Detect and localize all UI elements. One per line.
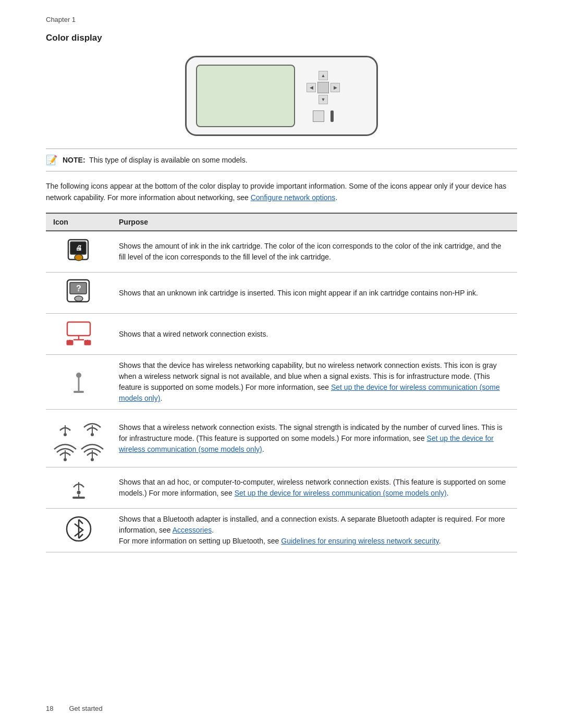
table-row: Shows that a wireless network connection… (46, 410, 517, 467)
wireless-signal-grid (53, 415, 104, 462)
adhoc-icon (67, 473, 90, 500)
svg-text:?: ? (76, 284, 81, 293)
dpad-right: ▶ (331, 83, 340, 92)
wired-network-icon (64, 319, 93, 346)
wireless-signal-text-2: . (262, 445, 264, 453)
icon-cell-unknown-ink: ? (46, 273, 112, 314)
ink-cartridge-icon: 🖨 (65, 237, 92, 264)
small-button-2 (331, 110, 334, 122)
configure-network-link[interactable]: Configure network options (251, 193, 336, 202)
wifi-3bar-icon (53, 440, 77, 462)
wireless-gray-icon (68, 367, 89, 394)
purpose-cell-bluetooth: Shows that a Bluetooth adapter is instal… (112, 509, 517, 552)
note-icon: 📝 (46, 154, 57, 166)
svg-point-24 (91, 458, 94, 461)
note-label: NOTE: (63, 156, 85, 164)
svg-rect-8 (67, 322, 90, 336)
dpad-left: ◀ (307, 83, 316, 92)
svg-point-18 (64, 433, 67, 436)
icon-cell-wireless-gray (46, 355, 112, 410)
purpose-cell-wired: Shows that a wired network connection ex… (112, 314, 517, 355)
body-text-end: . (335, 193, 337, 202)
table-row: Shows that a Bluetooth adapter is instal… (46, 509, 517, 552)
adhoc-link[interactable]: Set up the device for wireless communica… (235, 489, 447, 497)
table-row: ? Shows that an unknown ink cartridge is… (46, 273, 517, 314)
accessories-link[interactable]: Accessories (173, 526, 212, 534)
svg-rect-11 (67, 340, 73, 345)
svg-point-26 (77, 491, 81, 495)
purpose-cell-ink: Shows the amount of ink in the ink cartr… (112, 231, 517, 273)
svg-point-22 (64, 458, 67, 461)
table-row: Shows that the device has wireless netwo… (46, 355, 517, 410)
note-body: This type of display is available on som… (89, 156, 247, 164)
unknown-ink-icon: ? (65, 278, 92, 305)
note-box: 📝 NOTE: This type of display is availabl… (46, 149, 517, 171)
bluetooth-icon (65, 515, 92, 542)
device-illustration: ▲ ◀ ▶ ▼ (185, 56, 378, 136)
body-paragraph: The following icons appear at the bottom… (46, 181, 517, 203)
purpose-cell-adhoc: Shows that an ad hoc, or computer-to-com… (112, 467, 517, 509)
icon-cell-bluetooth (46, 509, 112, 552)
svg-text:🖨: 🖨 (76, 244, 82, 252)
icon-cell-wireless-signal (46, 410, 112, 467)
bluetooth-text-2: . (212, 526, 214, 534)
table-header-row: Icon Purpose (46, 213, 517, 231)
device-controls: ▲ ◀ ▶ ▼ (305, 70, 341, 122)
section-title: Color display (46, 33, 517, 43)
svg-rect-12 (84, 340, 91, 345)
wireless-security-link[interactable]: Guidelines for ensuring wireless network… (281, 537, 438, 545)
icon-cell-wired (46, 314, 112, 355)
wifi-2bar-icon (80, 415, 104, 437)
svg-point-20 (91, 433, 94, 436)
adhoc-text-2: . (447, 489, 449, 497)
bluetooth-text-4: . (439, 537, 441, 545)
col-icon-header: Icon (46, 213, 112, 231)
wifi-4bar-icon (80, 440, 104, 462)
svg-point-7 (75, 296, 83, 301)
purpose-cell-wireless-gray: Shows that the device has wireless netwo… (112, 355, 517, 410)
dpad-up: ▲ (319, 71, 328, 80)
table-row: 🖨 Shows the amount of ink in the ink car… (46, 231, 517, 273)
page: Chapter 1 Color display ▲ ◀ ▶ ▼ (0, 0, 563, 728)
table-row: Shows that an ad hoc, or computer-to-com… (46, 467, 517, 509)
icon-cell-adhoc (46, 467, 112, 509)
wireless-gray-text-2: . (160, 394, 162, 402)
col-purpose-header: Purpose (112, 213, 517, 231)
purpose-cell-unknown-ink: Shows that an unknown ink cartridge is i… (112, 273, 517, 314)
purpose-cell-wireless-signal: Shows that a wireless network connection… (112, 410, 517, 467)
dpad-down: ▼ (319, 95, 328, 104)
note-text: NOTE: This type of display is available … (63, 156, 248, 164)
dpad-center (317, 82, 329, 93)
section-label: Get started (69, 705, 102, 712)
icon-cell-ink: 🖨 (46, 231, 112, 273)
dpad: ▲ ◀ ▶ ▼ (305, 70, 341, 105)
page-footer: 18 Get started (46, 705, 103, 712)
display-image: ▲ ◀ ▶ ▼ (46, 56, 517, 136)
icons-table: Icon Purpose 🖨 Shows the amount of ink i… (46, 213, 517, 552)
wifi-1bar-icon (53, 415, 77, 437)
svg-point-16 (76, 373, 81, 378)
chapter-label: Chapter 1 (46, 16, 517, 23)
svg-rect-28 (72, 497, 85, 499)
svg-point-2 (75, 254, 83, 261)
device-screen (196, 65, 295, 127)
bluetooth-text-3: For more information on setting up Bluet… (119, 537, 281, 545)
page-number: 18 (46, 705, 53, 712)
small-buttons (313, 110, 334, 122)
svg-rect-17 (74, 391, 84, 393)
small-button-1 (313, 110, 324, 122)
table-row: Shows that a wired network connection ex… (46, 314, 517, 355)
